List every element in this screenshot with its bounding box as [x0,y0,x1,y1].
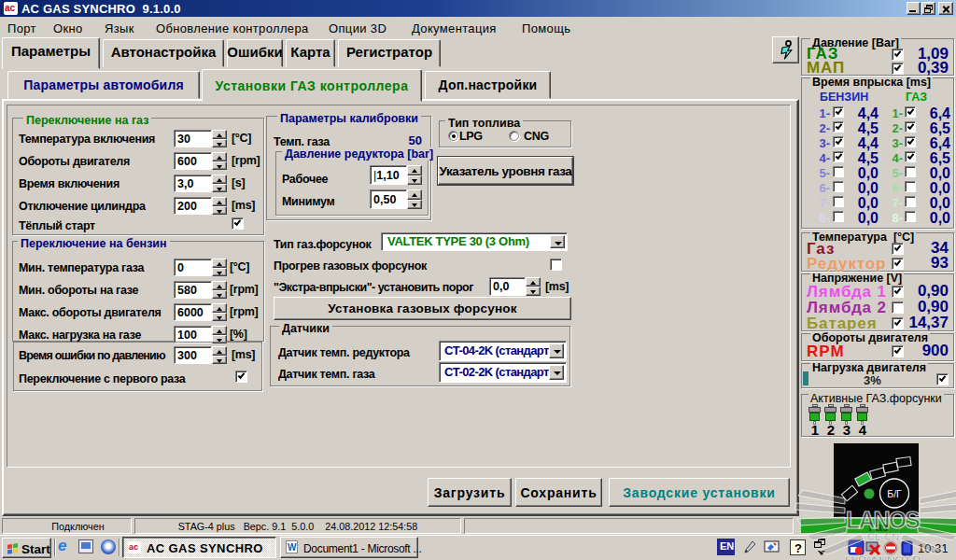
svg-text:LANOS: LANOS [846,507,921,533]
svg-text:CL-CN: CL-CN [867,531,899,542]
svg-text:UKRAINIAN CLUB: UKRAINIAN CLUB [845,553,921,560]
